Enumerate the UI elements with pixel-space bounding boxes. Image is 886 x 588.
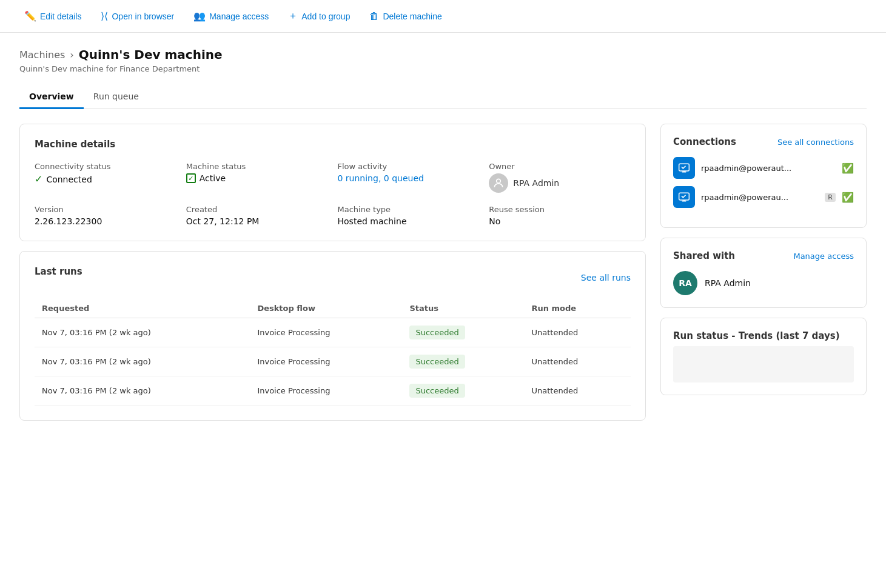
open-browser-icon: ⟩⟨ bbox=[101, 10, 108, 22]
connection-badge: R bbox=[825, 193, 836, 202]
see-all-runs-link[interactable]: See all runs bbox=[581, 273, 631, 282]
machine-type-value: Hosted machine bbox=[338, 216, 480, 226]
see-all-connections-link[interactable]: See all connections bbox=[777, 138, 854, 147]
row-desktop-flow: Invoice Processing bbox=[250, 376, 402, 406]
row-run-mode: Unattended bbox=[524, 376, 631, 406]
version-label: Version bbox=[35, 205, 176, 214]
reuse-session-item: Reuse session No bbox=[489, 205, 631, 226]
check-circle-icon: ✓ bbox=[35, 173, 42, 185]
runs-table: Requested Desktop flow Status Run mode N… bbox=[35, 299, 631, 406]
tab-run-queue[interactable]: Run queue bbox=[84, 85, 149, 109]
owner-item: Owner RPA Admin bbox=[489, 162, 631, 193]
owner-row: RPA Admin bbox=[489, 173, 631, 193]
page-subtitle: Quinn's Dev machine for Finance Departme… bbox=[19, 64, 867, 73]
created-value: Oct 27, 12:12 PM bbox=[186, 216, 328, 226]
runs-table-header: Requested Desktop flow Status Run mode bbox=[35, 299, 631, 318]
connection-name: rpaadmin@powerau... bbox=[701, 193, 816, 202]
run-status-trends-card: Run status - Trends (last 7 days) bbox=[660, 318, 867, 395]
created-item: Created Oct 27, 12:12 PM bbox=[186, 205, 328, 226]
breadcrumb: Machines › Quinn's Dev machine bbox=[19, 47, 867, 62]
row-desktop-flow: Invoice Processing bbox=[250, 318, 402, 347]
col-desktop-flow: Desktop flow bbox=[250, 299, 402, 318]
main-content: Machines › Quinn's Dev machine Quinn's D… bbox=[0, 33, 886, 588]
connection-status-icon: ✅ bbox=[842, 162, 854, 174]
row-desktop-flow: Invoice Processing bbox=[250, 347, 402, 376]
avatar: RA bbox=[673, 271, 697, 295]
connections-header: Connections See all connections bbox=[673, 136, 854, 147]
breadcrumb-parent[interactable]: Machines bbox=[19, 49, 65, 61]
runs-table-body: Nov 7, 03:16 PM (2 wk ago) Invoice Proce… bbox=[35, 318, 631, 406]
col-status: Status bbox=[402, 299, 524, 318]
connection-icon bbox=[673, 186, 695, 208]
col-run-mode: Run mode bbox=[524, 299, 631, 318]
row-run-mode: Unattended bbox=[524, 347, 631, 376]
row-requested: Nov 7, 03:16 PM (2 wk ago) bbox=[35, 376, 250, 406]
row-status: Succeeded bbox=[402, 347, 524, 376]
machine-type-item: Machine type Hosted machine bbox=[338, 205, 480, 226]
status-badge: Succeeded bbox=[409, 326, 465, 339]
owner-label: Owner bbox=[489, 162, 631, 171]
edit-details-button[interactable]: ✏️ Edit details bbox=[15, 5, 91, 27]
shared-user-name: RPA Admin bbox=[705, 278, 751, 288]
status-badge: Succeeded bbox=[409, 384, 465, 398]
toolbar: ✏️ Edit details ⟩⟨ Open in browser 👥 Man… bbox=[0, 0, 886, 33]
row-status: Succeeded bbox=[402, 376, 524, 406]
version-value: 2.26.123.22300 bbox=[35, 216, 176, 226]
breadcrumb-current: Quinn's Dev machine bbox=[79, 47, 223, 62]
row-status: Succeeded bbox=[402, 318, 524, 347]
table-row: Nov 7, 03:16 PM (2 wk ago) Invoice Proce… bbox=[35, 347, 631, 376]
connection-name: rpaadmin@poweraut... bbox=[701, 164, 836, 173]
table-row: Nov 7, 03:16 PM (2 wk ago) Invoice Proce… bbox=[35, 318, 631, 347]
details-grid: Connectivity status ✓ Connected Machine … bbox=[35, 162, 631, 226]
machine-status-label: Machine status bbox=[186, 162, 328, 171]
connection-item: rpaadmin@poweraut... ✅ bbox=[673, 157, 854, 179]
manage-access-link[interactable]: Manage access bbox=[793, 252, 854, 261]
col-requested: Requested bbox=[35, 299, 250, 318]
delete-machine-button[interactable]: 🗑 Delete machine bbox=[360, 6, 451, 27]
manage-access-icon: 👥 bbox=[193, 10, 206, 22]
shared-user-item: RA RPA Admin bbox=[673, 271, 854, 295]
machine-status-item: Machine status ✓ Active bbox=[186, 162, 328, 193]
flow-activity-item: Flow activity 0 running, 0 queued bbox=[338, 162, 480, 193]
connections-title: Connections bbox=[673, 136, 736, 147]
row-requested: Nov 7, 03:16 PM (2 wk ago) bbox=[35, 347, 250, 376]
edit-icon: ✏️ bbox=[24, 10, 36, 22]
manage-access-button[interactable]: 👥 Manage access bbox=[184, 5, 278, 27]
reuse-session-label: Reuse session bbox=[489, 205, 631, 214]
reuse-session-value: No bbox=[489, 216, 631, 226]
shared-with-header: Shared with Manage access bbox=[673, 250, 854, 261]
owner-value: RPA Admin bbox=[513, 178, 559, 188]
machine-status-value: ✓ Active bbox=[186, 173, 328, 183]
connection-status-icon: ✅ bbox=[842, 192, 854, 203]
machine-details-card: Machine details Connectivity status ✓ Co… bbox=[19, 124, 646, 241]
last-runs-header: Last runs See all runs bbox=[35, 266, 631, 289]
breadcrumb-separator: › bbox=[70, 49, 73, 61]
content-sidebar: Connections See all connections rpaadmin… bbox=[660, 124, 867, 430]
version-item: Version 2.26.123.22300 bbox=[35, 205, 176, 226]
connections-card: Connections See all connections rpaadmin… bbox=[660, 124, 867, 228]
content-layout: Machine details Connectivity status ✓ Co… bbox=[19, 124, 867, 430]
connectivity-status-value: ✓ Connected bbox=[35, 173, 176, 185]
table-row: Nov 7, 03:16 PM (2 wk ago) Invoice Proce… bbox=[35, 376, 631, 406]
row-requested: Nov 7, 03:16 PM (2 wk ago) bbox=[35, 318, 250, 347]
shared-with-card: Shared with Manage access RA RPA Admin bbox=[660, 238, 867, 308]
machine-details-title: Machine details bbox=[35, 139, 631, 150]
created-label: Created bbox=[186, 205, 328, 214]
check-square-icon: ✓ bbox=[186, 173, 196, 183]
run-status-trends-title: Run status - Trends (last 7 days) bbox=[673, 330, 854, 341]
open-browser-button[interactable]: ⟩⟨ Open in browser bbox=[91, 5, 184, 27]
connection-item: rpaadmin@powerau... R ✅ bbox=[673, 186, 854, 208]
connectivity-status-label: Connectivity status bbox=[35, 162, 176, 171]
flow-activity-label: Flow activity bbox=[338, 162, 480, 171]
status-badge: Succeeded bbox=[409, 355, 465, 369]
trends-chart bbox=[673, 346, 854, 383]
last-runs-card: Last runs See all runs Requested Desktop… bbox=[19, 251, 646, 421]
flow-activity-value: 0 running, 0 queued bbox=[338, 173, 480, 183]
tab-overview[interactable]: Overview bbox=[19, 85, 84, 109]
machine-type-label: Machine type bbox=[338, 205, 480, 214]
tabs: Overview Run queue bbox=[19, 85, 867, 109]
svg-point-0 bbox=[497, 179, 501, 183]
add-to-group-button[interactable]: ＋ Add to group bbox=[278, 5, 360, 27]
content-main: Machine details Connectivity status ✓ Co… bbox=[19, 124, 646, 430]
delete-icon: 🗑 bbox=[369, 11, 379, 22]
